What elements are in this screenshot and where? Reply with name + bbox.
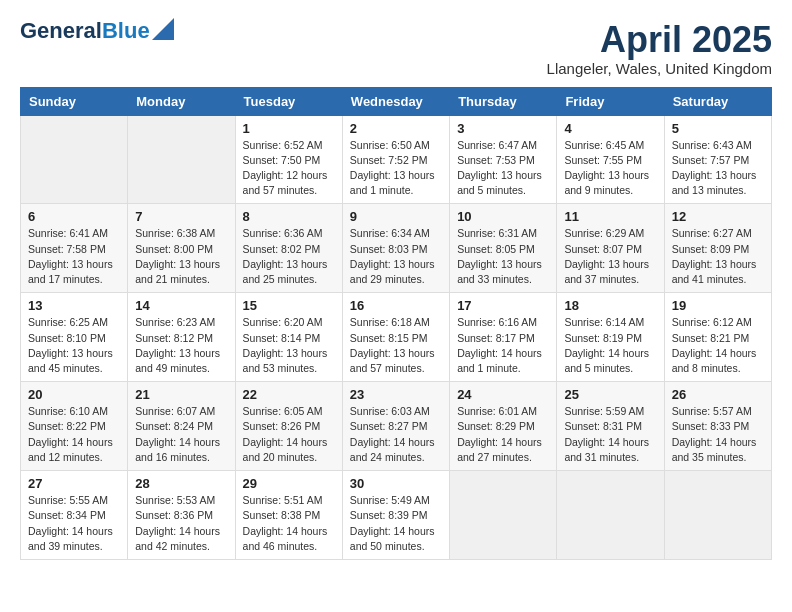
day-number: 18 [564, 298, 656, 313]
logo: GeneralBlue [20, 20, 174, 42]
calendar-cell: 6Sunrise: 6:41 AM Sunset: 7:58 PM Daylig… [21, 204, 128, 293]
day-info: Sunrise: 5:57 AM Sunset: 8:33 PM Dayligh… [672, 404, 764, 465]
day-number: 15 [243, 298, 335, 313]
day-info: Sunrise: 6:50 AM Sunset: 7:52 PM Dayligh… [350, 138, 442, 199]
day-info: Sunrise: 6:27 AM Sunset: 8:09 PM Dayligh… [672, 226, 764, 287]
day-number: 23 [350, 387, 442, 402]
day-number: 17 [457, 298, 549, 313]
day-number: 30 [350, 476, 442, 491]
calendar-cell: 20Sunrise: 6:10 AM Sunset: 8:22 PM Dayli… [21, 382, 128, 471]
calendar-cell: 9Sunrise: 6:34 AM Sunset: 8:03 PM Daylig… [342, 204, 449, 293]
calendar-week-row: 20Sunrise: 6:10 AM Sunset: 8:22 PM Dayli… [21, 382, 772, 471]
day-info: Sunrise: 6:34 AM Sunset: 8:03 PM Dayligh… [350, 226, 442, 287]
calendar-cell [557, 471, 664, 560]
calendar-cell: 26Sunrise: 5:57 AM Sunset: 8:33 PM Dayli… [664, 382, 771, 471]
day-info: Sunrise: 6:47 AM Sunset: 7:53 PM Dayligh… [457, 138, 549, 199]
calendar-table: SundayMondayTuesdayWednesdayThursdayFrid… [20, 87, 772, 560]
calendar-cell: 18Sunrise: 6:14 AM Sunset: 8:19 PM Dayli… [557, 293, 664, 382]
day-number: 26 [672, 387, 764, 402]
calendar-cell: 14Sunrise: 6:23 AM Sunset: 8:12 PM Dayli… [128, 293, 235, 382]
calendar-cell [450, 471, 557, 560]
calendar-cell: 23Sunrise: 6:03 AM Sunset: 8:27 PM Dayli… [342, 382, 449, 471]
day-info: Sunrise: 6:20 AM Sunset: 8:14 PM Dayligh… [243, 315, 335, 376]
calendar-cell: 8Sunrise: 6:36 AM Sunset: 8:02 PM Daylig… [235, 204, 342, 293]
calendar-day-header: Wednesday [342, 87, 449, 115]
day-info: Sunrise: 6:23 AM Sunset: 8:12 PM Dayligh… [135, 315, 227, 376]
day-info: Sunrise: 5:51 AM Sunset: 8:38 PM Dayligh… [243, 493, 335, 554]
svg-marker-0 [152, 18, 174, 40]
calendar-week-row: 6Sunrise: 6:41 AM Sunset: 7:58 PM Daylig… [21, 204, 772, 293]
day-number: 19 [672, 298, 764, 313]
logo-text: GeneralBlue [20, 20, 150, 42]
day-number: 14 [135, 298, 227, 313]
day-info: Sunrise: 6:29 AM Sunset: 8:07 PM Dayligh… [564, 226, 656, 287]
day-info: Sunrise: 6:45 AM Sunset: 7:55 PM Dayligh… [564, 138, 656, 199]
day-info: Sunrise: 6:52 AM Sunset: 7:50 PM Dayligh… [243, 138, 335, 199]
day-number: 12 [672, 209, 764, 224]
calendar-cell: 12Sunrise: 6:27 AM Sunset: 8:09 PM Dayli… [664, 204, 771, 293]
day-info: Sunrise: 6:12 AM Sunset: 8:21 PM Dayligh… [672, 315, 764, 376]
day-number: 1 [243, 121, 335, 136]
day-info: Sunrise: 6:38 AM Sunset: 8:00 PM Dayligh… [135, 226, 227, 287]
month-title: April 2025 [547, 20, 772, 60]
day-number: 4 [564, 121, 656, 136]
day-number: 9 [350, 209, 442, 224]
calendar-day-header: Sunday [21, 87, 128, 115]
day-number: 24 [457, 387, 549, 402]
day-info: Sunrise: 6:25 AM Sunset: 8:10 PM Dayligh… [28, 315, 120, 376]
day-info: Sunrise: 6:16 AM Sunset: 8:17 PM Dayligh… [457, 315, 549, 376]
day-number: 11 [564, 209, 656, 224]
day-number: 28 [135, 476, 227, 491]
page-header: GeneralBlue April 2025 Llangeler, Wales,… [20, 20, 772, 77]
calendar-cell: 22Sunrise: 6:05 AM Sunset: 8:26 PM Dayli… [235, 382, 342, 471]
calendar-cell: 10Sunrise: 6:31 AM Sunset: 8:05 PM Dayli… [450, 204, 557, 293]
calendar-cell: 21Sunrise: 6:07 AM Sunset: 8:24 PM Dayli… [128, 382, 235, 471]
day-info: Sunrise: 5:55 AM Sunset: 8:34 PM Dayligh… [28, 493, 120, 554]
day-info: Sunrise: 6:41 AM Sunset: 7:58 PM Dayligh… [28, 226, 120, 287]
calendar-cell [664, 471, 771, 560]
title-area: April 2025 Llangeler, Wales, United King… [547, 20, 772, 77]
day-number: 7 [135, 209, 227, 224]
calendar-cell: 17Sunrise: 6:16 AM Sunset: 8:17 PM Dayli… [450, 293, 557, 382]
calendar-cell: 15Sunrise: 6:20 AM Sunset: 8:14 PM Dayli… [235, 293, 342, 382]
calendar-cell: 11Sunrise: 6:29 AM Sunset: 8:07 PM Dayli… [557, 204, 664, 293]
day-number: 5 [672, 121, 764, 136]
calendar-cell: 27Sunrise: 5:55 AM Sunset: 8:34 PM Dayli… [21, 471, 128, 560]
logo-icon [152, 18, 174, 40]
day-info: Sunrise: 6:36 AM Sunset: 8:02 PM Dayligh… [243, 226, 335, 287]
calendar-cell: 30Sunrise: 5:49 AM Sunset: 8:39 PM Dayli… [342, 471, 449, 560]
day-number: 29 [243, 476, 335, 491]
calendar-cell: 1Sunrise: 6:52 AM Sunset: 7:50 PM Daylig… [235, 115, 342, 204]
calendar-cell: 7Sunrise: 6:38 AM Sunset: 8:00 PM Daylig… [128, 204, 235, 293]
calendar-week-row: 1Sunrise: 6:52 AM Sunset: 7:50 PM Daylig… [21, 115, 772, 204]
day-number: 16 [350, 298, 442, 313]
day-info: Sunrise: 6:14 AM Sunset: 8:19 PM Dayligh… [564, 315, 656, 376]
day-number: 8 [243, 209, 335, 224]
day-number: 3 [457, 121, 549, 136]
calendar-cell: 5Sunrise: 6:43 AM Sunset: 7:57 PM Daylig… [664, 115, 771, 204]
calendar-cell: 3Sunrise: 6:47 AM Sunset: 7:53 PM Daylig… [450, 115, 557, 204]
calendar-cell: 28Sunrise: 5:53 AM Sunset: 8:36 PM Dayli… [128, 471, 235, 560]
calendar-cell: 25Sunrise: 5:59 AM Sunset: 8:31 PM Dayli… [557, 382, 664, 471]
day-info: Sunrise: 6:07 AM Sunset: 8:24 PM Dayligh… [135, 404, 227, 465]
calendar-day-header: Monday [128, 87, 235, 115]
day-number: 25 [564, 387, 656, 402]
day-info: Sunrise: 6:10 AM Sunset: 8:22 PM Dayligh… [28, 404, 120, 465]
calendar-cell: 29Sunrise: 5:51 AM Sunset: 8:38 PM Dayli… [235, 471, 342, 560]
calendar-day-header: Thursday [450, 87, 557, 115]
day-info: Sunrise: 6:31 AM Sunset: 8:05 PM Dayligh… [457, 226, 549, 287]
calendar-week-row: 13Sunrise: 6:25 AM Sunset: 8:10 PM Dayli… [21, 293, 772, 382]
day-info: Sunrise: 6:01 AM Sunset: 8:29 PM Dayligh… [457, 404, 549, 465]
day-info: Sunrise: 6:05 AM Sunset: 8:26 PM Dayligh… [243, 404, 335, 465]
day-info: Sunrise: 5:59 AM Sunset: 8:31 PM Dayligh… [564, 404, 656, 465]
day-number: 10 [457, 209, 549, 224]
day-number: 21 [135, 387, 227, 402]
calendar-day-header: Friday [557, 87, 664, 115]
calendar-cell [128, 115, 235, 204]
day-info: Sunrise: 5:49 AM Sunset: 8:39 PM Dayligh… [350, 493, 442, 554]
day-info: Sunrise: 6:43 AM Sunset: 7:57 PM Dayligh… [672, 138, 764, 199]
calendar-cell: 16Sunrise: 6:18 AM Sunset: 8:15 PM Dayli… [342, 293, 449, 382]
day-number: 20 [28, 387, 120, 402]
day-number: 13 [28, 298, 120, 313]
day-number: 6 [28, 209, 120, 224]
